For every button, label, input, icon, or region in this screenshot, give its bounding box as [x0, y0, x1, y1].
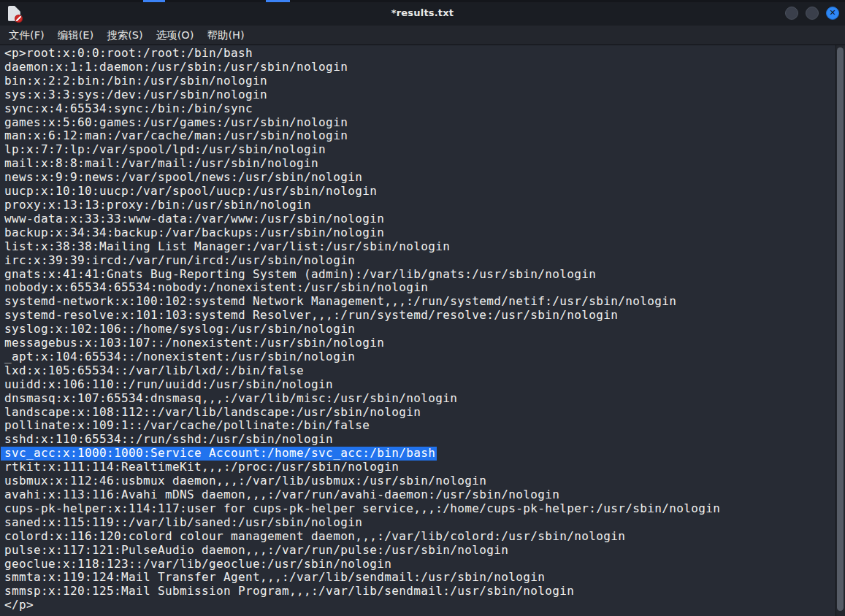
- text-line[interactable]: sshd:x:110:65534::/run/sshd:/usr/sbin/no…: [4, 433, 836, 447]
- text-line[interactable]: daemon:x:1:1:daemon:/usr/sbin:/usr/sbin/…: [4, 61, 836, 74]
- text-line[interactable]: mail:x:8:8:mail:/var/mail:/usr/sbin/nolo…: [4, 157, 836, 171]
- text-line[interactable]: saned:x:115:119::/var/lib/saned:/usr/sbi…: [4, 516, 836, 530]
- text-line[interactable]: _apt:x:104:65534::/nonexistent:/usr/sbin…: [4, 350, 836, 364]
- text-line[interactable]: </p>: [4, 598, 836, 612]
- text-line[interactable]: systemd-network:x:100:102:systemd Networ…: [4, 295, 836, 309]
- minimize-button[interactable]: [785, 7, 798, 20]
- titlebar[interactable]: *results.txt ✕: [0, 0, 845, 26]
- tab-indicator-1: [143, 0, 165, 2]
- text-line[interactable]: landscape:x:108:112::/var/lib/landscape:…: [4, 406, 836, 420]
- text-line[interactable]: <p>root:x:0:0:root:/root:/bin/bash: [4, 47, 836, 61]
- close-button[interactable]: ✕: [826, 7, 839, 20]
- editor-area: <p>root:x:0:0:root:/root:/bin/bashdaemon…: [0, 45, 845, 616]
- scrollbar-thumb[interactable]: [837, 47, 844, 611]
- text-line[interactable]: games:x:5:60:games:/usr/games:/usr/sbin/…: [4, 116, 836, 130]
- text-line[interactable]: uucp:x:10:10:uucp:/var/spool/uucp:/usr/s…: [4, 185, 836, 199]
- text-line[interactable]: proxy:x:13:13:proxy:/bin:/usr/sbin/nolog…: [4, 199, 836, 212]
- text-line[interactable]: uuidd:x:106:110::/run/uuidd:/usr/sbin/no…: [4, 378, 836, 392]
- text-line[interactable]: dnsmasq:x:107:65534:dnsmasq,,,:/var/lib/…: [4, 392, 836, 406]
- text-line[interactable]: pollinate:x:109:1::/var/cache/pollinate:…: [4, 419, 836, 433]
- vertical-scrollbar[interactable]: [836, 45, 845, 616]
- text-line[interactable]: smmsp:x:120:125:Mail Submission Program,…: [4, 585, 836, 598]
- window-controls: ✕: [785, 7, 839, 20]
- text-line[interactable]: geoclue:x:118:123::/var/lib/geoclue:/usr…: [4, 558, 836, 571]
- top-edge-strip: [0, 0, 845, 2]
- text-line[interactable]: syslog:x:102:106::/home/syslog:/usr/sbin…: [4, 323, 836, 336]
- text-line[interactable]: nobody:x:65534:65534:nobody:/nonexistent…: [4, 281, 836, 295]
- mousepad-app-icon[interactable]: [8, 6, 20, 21]
- text-line[interactable]: man:x:6:12:man:/var/cache/man:/usr/sbin/…: [4, 129, 836, 143]
- text-line[interactable]: sys:x:3:3:sys:/dev:/usr/sbin/nologin: [4, 88, 836, 102]
- text-line[interactable]: rtkit:x:111:114:RealtimeKit,,,:/proc:/us…: [4, 461, 836, 474]
- text-line[interactable]: pulse:x:117:121:PulseAudio daemon,,,:/va…: [4, 544, 836, 558]
- text-line[interactable]: systemd-resolve:x:101:103:systemd Resolv…: [4, 309, 836, 323]
- text-line[interactable]: list:x:38:38:Mailing List Manager:/var/l…: [4, 240, 836, 254]
- maximize-button[interactable]: [806, 7, 819, 20]
- text-line[interactable]: usbmux:x:112:46:usbmux daemon,,,:/var/li…: [4, 474, 836, 488]
- text-line[interactable]: messagebus:x:103:107::/nonexistent:/usr/…: [4, 336, 836, 350]
- menu-search[interactable]: 搜索(S): [100, 26, 150, 45]
- text-line[interactable]: www-data:x:33:33:www-data:/var/www:/usr/…: [4, 212, 836, 226]
- menu-options[interactable]: 选项(O): [150, 26, 201, 45]
- menubar: 文件(F) 编辑(E) 搜索(S) 选项(O) 帮助(H): [0, 26, 845, 45]
- menu-file[interactable]: 文件(F): [2, 26, 51, 45]
- text-line[interactable]: sync:x:4:65534:sync:/bin:/bin/sync: [4, 102, 836, 116]
- text-line[interactable]: bin:x:2:2:bin:/bin:/usr/sbin/nologin: [4, 74, 836, 88]
- text-area[interactable]: <p>root:x:0:0:root:/root:/bin/bashdaemon…: [0, 45, 836, 616]
- text-line[interactable]: colord:x:116:120:colord colour managemen…: [4, 530, 836, 544]
- menu-edit[interactable]: 编辑(E): [51, 26, 100, 45]
- text-line[interactable]: irc:x:39:39:ircd:/var/run/ircd:/usr/sbin…: [4, 254, 836, 268]
- editor-window: *results.txt ✕ 文件(F) 编辑(E) 搜索(S) 选项(O) 帮…: [0, 0, 845, 616]
- text-line[interactable]: lxd:x:105:65534::/var/lib/lxd/:/bin/fals…: [4, 364, 836, 378]
- text-line-selected[interactable]: svc_acc:x:1000:1000:Service Account:/hom…: [4, 447, 836, 461]
- close-icon: ✕: [829, 9, 836, 17]
- text-line[interactable]: backup:x:34:34:backup:/var/backups:/usr/…: [4, 226, 836, 240]
- tab-indicator-2: [266, 0, 290, 2]
- text-line[interactable]: news:x:9:9:news:/var/spool/news:/usr/sbi…: [4, 171, 836, 185]
- window-title: *results.txt: [0, 7, 845, 18]
- text-line[interactable]: avahi:x:113:116:Avahi mDNS daemon,,,:/va…: [4, 488, 836, 502]
- text-line[interactable]: lp:x:7:7:lp:/var/spool/lpd:/usr/sbin/nol…: [4, 143, 836, 157]
- text-line[interactable]: gnats:x:41:41:Gnats Bug-Reporting System…: [4, 268, 836, 282]
- menu-help[interactable]: 帮助(H): [200, 26, 251, 45]
- text-line[interactable]: smmta:x:119:124:Mail Transfer Agent,,,:/…: [4, 571, 836, 585]
- text-line[interactable]: cups-pk-helper:x:114:117:user for cups-p…: [4, 502, 836, 516]
